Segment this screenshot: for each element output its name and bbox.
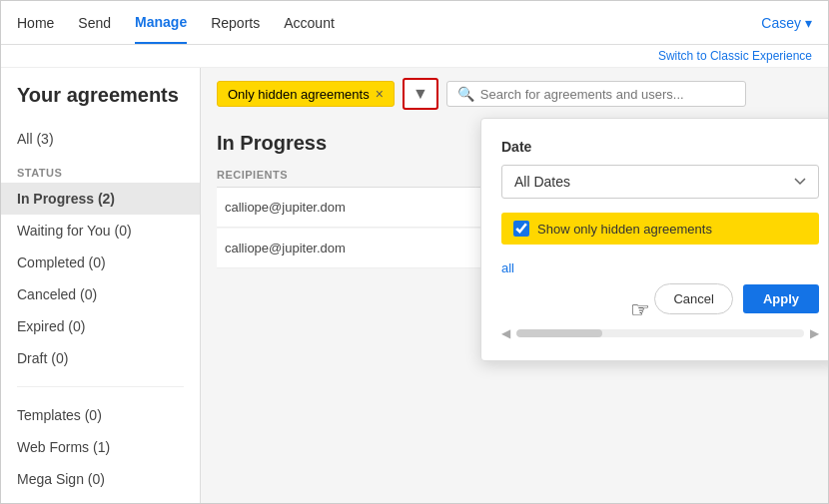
sidebar-item-mega-sign[interactable]: Mega Sign (0) bbox=[1, 463, 200, 495]
nav-home[interactable]: Home bbox=[17, 3, 54, 43]
sub-header: Switch to Classic Experience bbox=[1, 45, 828, 68]
sidebar: Your agreements All (3) STATUS In Progre… bbox=[1, 68, 201, 503]
content-area: Only hidden agreements × ▼ 🔍 In Progress… bbox=[201, 68, 828, 503]
nav-reports[interactable]: Reports bbox=[211, 3, 260, 43]
sidebar-item-expired[interactable]: Expired (0) bbox=[1, 310, 200, 342]
sidebar-item-draft[interactable]: Draft (0) bbox=[1, 342, 200, 374]
sidebar-item-completed[interactable]: Completed (0) bbox=[1, 247, 200, 278]
filter-tag-close[interactable]: × bbox=[376, 86, 384, 102]
cancel-button[interactable]: Cancel bbox=[654, 283, 732, 314]
user-name: Casey bbox=[761, 15, 801, 31]
navbar: Home Send Manage Reports Account Casey ▾ bbox=[1, 1, 828, 45]
sidebar-title: Your agreements bbox=[1, 84, 200, 123]
sidebar-item-canceled[interactable]: Canceled (0) bbox=[1, 278, 200, 310]
search-icon: 🔍 bbox=[457, 86, 474, 102]
scroll-bar-thumb bbox=[516, 329, 602, 337]
nav-account[interactable]: Account bbox=[284, 3, 335, 43]
nav-manage[interactable]: Manage bbox=[135, 2, 187, 44]
filter-tag: Only hidden agreements × bbox=[217, 81, 395, 107]
show-all-link[interactable]: all bbox=[501, 260, 514, 275]
sidebar-item-waiting[interactable]: Waiting for You (0) bbox=[1, 215, 200, 247]
user-menu[interactable]: Casey ▾ bbox=[761, 15, 812, 31]
scroll-bar[interactable] bbox=[516, 329, 804, 337]
sidebar-section-status: STATUS bbox=[1, 155, 200, 183]
content-top-bar: Only hidden agreements × ▼ 🔍 bbox=[201, 68, 828, 120]
panel-buttons: Cancel Apply bbox=[501, 283, 819, 314]
hidden-agreements-label: Show only hidden agreements bbox=[537, 222, 712, 237]
filter-panel: Date All Dates Last 7 days Last 30 days … bbox=[480, 118, 828, 361]
hidden-agreements-checkbox[interactable] bbox=[513, 221, 529, 237]
sidebar-item-all[interactable]: All (3) bbox=[1, 123, 200, 155]
apply-button[interactable]: Apply bbox=[743, 284, 819, 313]
chevron-down-icon: ▾ bbox=[805, 15, 812, 31]
filter-button[interactable]: ▼ bbox=[403, 78, 438, 110]
sidebar-item-templates[interactable]: Templates (0) bbox=[1, 399, 200, 431]
date-select[interactable]: All Dates Last 7 days Last 30 days Last … bbox=[501, 165, 819, 199]
scroll-indicator: ◀ ▶ bbox=[501, 326, 819, 340]
switch-classic-link[interactable]: Switch to Classic Experience bbox=[658, 49, 812, 63]
panel-date-label: Date bbox=[501, 139, 819, 155]
nav-send[interactable]: Send bbox=[78, 3, 111, 43]
filter-tag-text: Only hidden agreements bbox=[228, 87, 370, 102]
filter-icon: ▼ bbox=[413, 85, 428, 103]
search-input[interactable] bbox=[480, 87, 735, 102]
search-box: 🔍 bbox=[446, 81, 746, 107]
hidden-agreements-row: Show only hidden agreements bbox=[501, 213, 819, 245]
nav-links: Home Send Manage Reports Account bbox=[17, 2, 335, 44]
main-layout: Your agreements All (3) STATUS In Progre… bbox=[1, 68, 828, 503]
sidebar-divider bbox=[17, 386, 184, 387]
sidebar-item-in-progress[interactable]: In Progress (2) bbox=[1, 183, 200, 215]
sidebar-item-web-forms[interactable]: Web Forms (1) bbox=[1, 431, 200, 463]
